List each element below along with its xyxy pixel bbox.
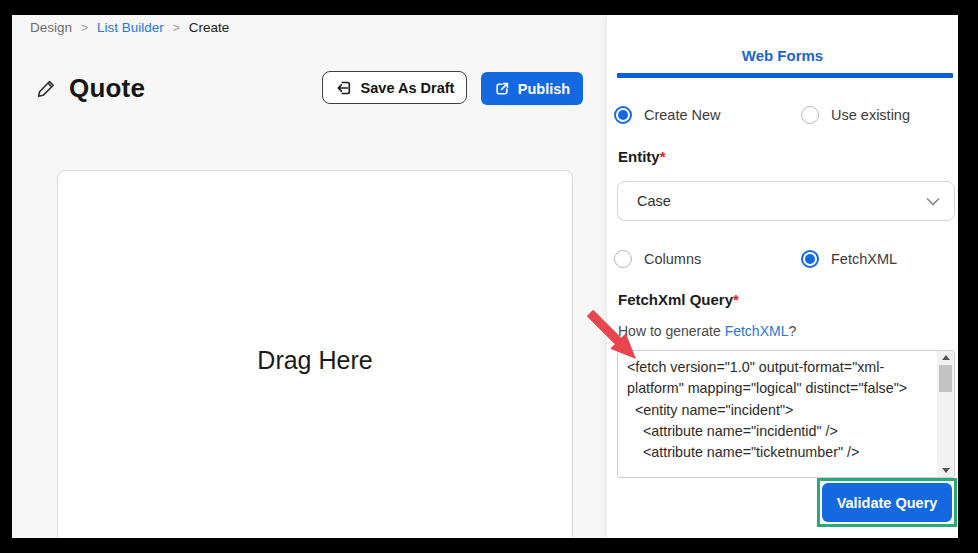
fetchxml-query-label: FetchXml Query* [618,291,739,308]
scrollbar-down-icon[interactable] [937,464,954,477]
edit-pencil-icon[interactable] [36,78,57,99]
columns-radio[interactable] [614,250,632,268]
fetchxml-query-editor: <fetch version="1.0" output-format="xml-… [617,350,955,478]
fetchxml-radio[interactable] [801,250,819,268]
use-existing-radio[interactable] [801,106,819,124]
save-draft-icon [335,79,353,97]
publish-label: Publish [518,81,570,97]
publish-button[interactable]: Publish [481,72,583,105]
breadcrumb-item-list-builder[interactable]: List Builder [97,20,164,35]
breadcrumb-item-design: Design [30,20,72,35]
required-asterisk: * [660,148,666,165]
create-new-radio[interactable] [614,106,632,124]
page-title: Quote [69,73,145,104]
publish-icon [494,81,510,97]
fetchxml-help-line: How to generate FetchXML? [618,323,796,339]
drop-zone-label: Drag Here [58,346,572,375]
app-window: Design > List Builder > Create Quote Sav… [12,15,958,538]
fetchxml-option[interactable]: FetchXML [801,250,897,268]
save-as-draft-label: Save As Draft [361,80,455,96]
required-asterisk: * [733,291,739,308]
textarea-scrollbar[interactable] [937,351,954,477]
create-new-option[interactable]: Create New [614,106,721,124]
fetchxml-label: FetchXML [831,251,897,267]
entity-field-label: Entity* [618,148,666,165]
chevron-down-icon [926,197,940,206]
use-existing-label: Use existing [831,107,910,123]
breadcrumb-separator: > [173,21,180,35]
create-new-label: Create New [644,107,721,123]
drag-drop-zone[interactable]: Drag Here [57,170,573,538]
save-as-draft-button[interactable]: Save As Draft [322,71,467,104]
validate-query-button[interactable]: Validate Query [822,483,952,522]
title-row: Quote [36,73,145,104]
fetchxml-query-input[interactable]: <fetch version="1.0" output-format="xml-… [618,351,937,477]
breadcrumb: Design > List Builder > Create [30,20,229,35]
scrollbar-thumb[interactable] [939,365,952,392]
tab-active-underline [617,73,953,78]
annotation-highlight-box: Validate Query [817,478,957,527]
fetchxml-help-link[interactable]: FetchXML [725,323,789,339]
use-existing-option[interactable]: Use existing [801,106,910,124]
web-forms-panel: Web Forms Create New Use existing Entity… [607,15,958,538]
breadcrumb-item-create: Create [189,20,230,35]
columns-option[interactable]: Columns [614,250,701,268]
columns-label: Columns [644,251,701,267]
entity-dropdown-value: Case [637,193,671,209]
entity-dropdown[interactable]: Case [617,181,955,221]
breadcrumb-separator: > [81,21,88,35]
tab-web-forms[interactable]: Web Forms [607,47,958,64]
scrollbar-up-icon[interactable] [937,351,954,364]
